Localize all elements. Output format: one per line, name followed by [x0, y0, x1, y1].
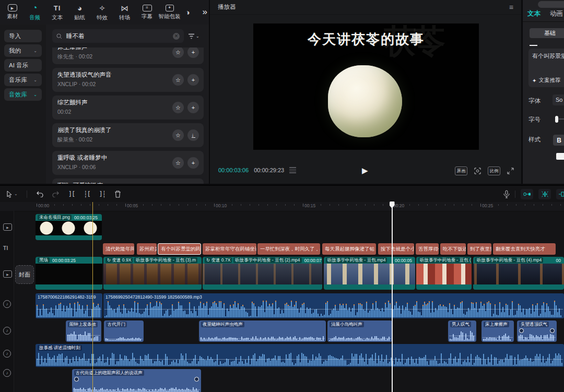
fade-in-handle[interactable]: [519, 328, 524, 333]
delete-button[interactable]: [114, 191, 121, 198]
toolbar-item-sticker[interactable]: ◕贴纸: [68, 4, 91, 21]
video-clip[interactable]: ↻ 变速 0.7X听故事学中药地蚕 - 豆包 (2).mp400:00:07: [203, 257, 322, 290]
timeline-ruler[interactable]: 00:0000:0500:1000:1500:2000:25: [0, 202, 564, 211]
toolbar-item-package[interactable]: ✦智能包装: [158, 5, 181, 20]
text-clip[interactable]: 吃不下饭还总腹: [440, 243, 466, 255]
text-clip[interactable]: 一早忙到深夜，时间久了，身子: [257, 243, 320, 255]
toolbar-item-audio[interactable]: ◔音频: [24, 4, 46, 21]
favorite-button[interactable]: ☆: [172, 74, 184, 86]
redo-button[interactable]: [52, 191, 60, 197]
text-clip[interactable]: 每天晨起腿脚像灌了铅: [322, 243, 376, 255]
focus-zoom-icon[interactable]: [474, 168, 481, 174]
add-button[interactable]: +: [187, 74, 199, 86]
audio-item[interactable]: 失望透顶叹气的声音XNCLIP · 00:02☆+: [52, 68, 204, 92]
text-clip[interactable]: 苏掌柜常年守在药铺坐诊: [203, 243, 256, 255]
video-preview[interactable]: 茯苓 今天讲茯苓的故事: [253, 23, 479, 150]
tab-text[interactable]: 文本: [527, 9, 540, 18]
favorite-button[interactable]: ☆: [172, 47, 184, 58]
text-clip[interactable]: 翻来覆去直到天快亮才: [493, 243, 556, 255]
search-box[interactable]: ✕: [52, 29, 184, 43]
partial-button[interactable]: [538, 1, 564, 8]
font-select[interactable]: So: [553, 94, 564, 105]
text-clip[interactable]: 清代乾隆年间: [103, 243, 134, 255]
toolbar-item-text[interactable]: TI文本: [46, 4, 68, 21]
text-clip-label: 吃不下饭还总腹: [443, 246, 466, 253]
favorite-button[interactable]: ☆: [172, 129, 184, 141]
add-button[interactable]: +: [187, 47, 199, 58]
text-clip[interactable]: 苏州府吴: [137, 243, 157, 255]
video-clip[interactable]: 听故事学中药地蚕 - 豆包 (: [416, 257, 472, 290]
undo-button[interactable]: [36, 191, 43, 197]
add-button[interactable]: +: [187, 102, 199, 113]
favorite-button[interactable]: ☆: [172, 102, 184, 113]
audio-clip[interactable]: 男人叹气: [448, 320, 476, 342]
player-menu-icon[interactable]: ≡: [509, 3, 513, 11]
toolbar-more-chevron-icon[interactable]: »: [203, 7, 207, 16]
sidebar-item-我的[interactable]: 我的⌄: [4, 44, 42, 57]
copy-recommend-button[interactable]: ✦ 文案推荐: [532, 77, 560, 84]
select-tool-button[interactable]: ⌄: [6, 191, 18, 198]
video-clip[interactable]: 未命名项目.png00:00:03:25: [36, 214, 102, 240]
audio-clip[interactable]: 闹钟上发条效: [66, 320, 101, 342]
audio-clip[interactable]: 清晨小鸟鸣叫声: [327, 320, 392, 342]
audio-clip[interactable]: 床上摩擦声: [481, 320, 514, 342]
filter-button[interactable]: ⌄: [188, 33, 206, 39]
toolbar-item-transition[interactable]: ⋈转场: [113, 4, 136, 21]
fade-out-handle[interactable]: [194, 377, 199, 382]
ratio-button[interactable]: 比例: [488, 167, 500, 175]
audio-clip[interactable]: 古代街道上的喧闹声和人的说话声: [72, 369, 201, 392]
add-button[interactable]: +: [187, 157, 199, 169]
fade-in-handle[interactable]: [74, 377, 79, 382]
text-clip[interactable]: 到了夜里更: [467, 243, 491, 255]
audio-item[interactable]: 崩溃了我真的崩溃了酸菜鱼 · 00:02☆↓: [52, 123, 204, 147]
toolbar-item-captions[interactable]: ≡字幕: [136, 5, 158, 20]
sidebar-item-音乐库[interactable]: 音乐库⌄: [4, 74, 42, 86]
audio-item[interactable]: 啊咻~可爱咳嗽声☆+: [52, 179, 204, 184]
text-clip[interactable]: 舌苔厚得像: [416, 243, 439, 255]
snap-toggle[interactable]: [538, 189, 551, 199]
playhead-line[interactable]: [392, 202, 393, 392]
toolbar-item-media[interactable]: ▶素材: [1, 4, 24, 20]
sidebar-item-AI 音乐[interactable]: AI 音乐: [4, 59, 42, 72]
favorite-button[interactable]: ☆: [172, 157, 184, 169]
video-clip[interactable]: 听故事学中药地蚕 - 豆包.mp400:00:05: [324, 257, 415, 290]
split-clip-button[interactable]: ][: [68, 191, 75, 198]
audio-item[interactable]: 床上摩擦声徐先生 · 00:02☆+: [52, 47, 204, 64]
preview-axis-toggle[interactable]: [556, 189, 564, 199]
trim-left-button[interactable]: ┆[: [84, 191, 90, 198]
font-size-slider[interactable]: [555, 116, 558, 123]
sidebar-item-导入[interactable]: 导入: [4, 30, 42, 42]
text-content-field[interactable]: 有个叫苏景堂的 ✦ 文案推荐: [528, 49, 564, 87]
search-input[interactable]: [65, 32, 170, 40]
video-clip[interactable]: 听故事学中药地蚕 - 豆包 (4).mp400: [473, 257, 564, 290]
record-voiceover-mic-icon[interactable]: [503, 190, 510, 198]
fullscreen-icon[interactable]: [507, 168, 514, 174]
audio-item[interactable]: 重呼吸 或者睡梦中XNCLIP · 00:06☆+: [52, 151, 204, 175]
sidebar-item-音效库[interactable]: 音效库⌄: [4, 88, 42, 101]
play-button[interactable]: ▶: [362, 166, 368, 175]
text-clip-label: 翻来覆去直到天快亮才: [496, 246, 545, 253]
audio-clip[interactable]: 夜里蟋蟀叫声虫鸣声: [199, 320, 326, 342]
text-clip[interactable]: 按下去就是个小坑: [378, 243, 414, 255]
linkage-toggle[interactable]: [521, 189, 533, 199]
section-basic-tab[interactable]: 基础: [530, 28, 564, 38]
tab-animation[interactable]: 动画: [550, 9, 563, 18]
mirror-preview-icon[interactable]: [289, 167, 296, 173]
fade-out-handle[interactable]: [550, 328, 555, 333]
audio-clip[interactable]: 古代开门: [104, 320, 144, 342]
audio-clip[interactable]: 失望透顶叹气: [517, 320, 557, 342]
audio-clip[interactable]: 1758699250472812490-31599 1825600589.mp3: [103, 293, 564, 318]
download-button[interactable]: ↓: [187, 129, 199, 141]
cover-button[interactable]: 封面: [15, 265, 34, 284]
bold-button[interactable]: B: [553, 135, 564, 146]
clear-search-icon[interactable]: ✕: [173, 33, 180, 40]
original-quality-button[interactable]: 原画: [455, 167, 467, 175]
trim-right-button[interactable]: ]┆: [99, 191, 105, 198]
audio-clip[interactable]: 故事感 讲述温情时刻: [36, 344, 564, 367]
toolbar-item-effects[interactable]: ✧特效: [91, 4, 113, 21]
video-clip[interactable]: ↻ 变速 0.9X听故事学中药地蚕 - 豆包 (3).m: [103, 257, 202, 290]
audio-item[interactable]: 综艺颤抖声00:02☆+: [52, 96, 204, 120]
toolbar-item-filter[interactable]: ◑: [181, 8, 194, 17]
color-swatch-white[interactable]: [556, 153, 564, 160]
text-clip[interactable]: 有个叫苏景堂的药铺: [158, 243, 201, 255]
